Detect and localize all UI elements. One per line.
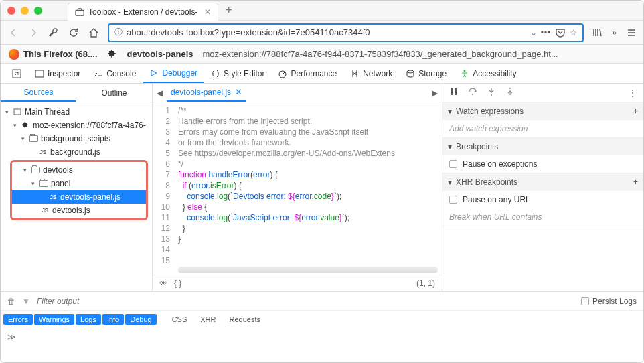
cursor-position: (1, 1) [416, 279, 435, 288]
reload-button[interactable] [68, 27, 80, 39]
filter-icon[interactable]: ▼ [22, 297, 30, 306]
close-tab-icon[interactable]: ✕ [204, 7, 211, 17]
source-tree: ▾Main Thread ▾moz-extension://788fcf7a-4… [1, 102, 152, 291]
filter-info[interactable]: Info [102, 314, 124, 325]
url-input[interactable] [127, 27, 526, 38]
line-gutter: 123456789101112131415161718 [153, 102, 174, 267]
info-icon[interactable]: ⓘ [114, 27, 123, 38]
horizontal-scrollbar[interactable] [178, 267, 438, 273]
tab-debugger[interactable]: Debugger [143, 64, 204, 83]
filter-xhr[interactable]: XHR [194, 314, 222, 325]
console-input[interactable]: ≫ [1, 328, 643, 346]
devtools-wrench-icon[interactable] [48, 27, 60, 39]
svg-point-4 [407, 70, 414, 73]
firefox-label: This Firefox (68.... [23, 49, 98, 59]
filter-debug[interactable]: Debug [125, 314, 156, 325]
tab-inspector[interactable]: Inspector [29, 64, 86, 83]
trash-icon[interactable]: 🗑 [7, 297, 15, 306]
new-tab-button[interactable]: + [225, 3, 232, 17]
tree-background-js[interactable]: JSbackground.js [1, 145, 152, 159]
svg-point-7 [472, 94, 473, 95]
pause-on-any-url[interactable]: Pause on any URL [442, 191, 643, 208]
filter-logs[interactable]: Logs [76, 314, 101, 325]
home-button[interactable] [88, 27, 100, 39]
braces-icon[interactable]: { } [174, 279, 181, 288]
tab-style-editor[interactable]: Style Editor [205, 64, 270, 83]
tab-performance[interactable]: Performance [272, 64, 343, 83]
sources-tab[interactable]: Sources [1, 84, 76, 102]
firefox-target[interactable]: This Firefox (68.... [9, 49, 98, 60]
prev-file-icon[interactable]: ◀ [157, 88, 163, 98]
xhr-url-placeholder[interactable]: Break when URL contains [442, 208, 643, 226]
tree-devtools-panel-js[interactable]: JSdevtools-panel.js [12, 190, 146, 204]
star-icon[interactable]: ☆ [570, 28, 577, 38]
extension-name: devtools-panels [127, 49, 193, 59]
eye-icon[interactable]: 👁 [159, 279, 167, 288]
new-window-icon[interactable] [6, 64, 27, 83]
console-filter-input[interactable] [37, 297, 574, 306]
tree-main-thread[interactable]: ▾Main Thread [1, 105, 152, 119]
watch-expressions-head[interactable]: ▾Watch expressions+ [442, 102, 643, 120]
close-file-icon[interactable]: ✕ [235, 87, 242, 97]
svg-rect-0 [76, 10, 84, 15]
debugger-sidebar: ⋮ ▾Watch expressions+ Add watch expressi… [442, 84, 643, 291]
more-icon[interactable]: ••• [541, 28, 552, 38]
tab-storage[interactable]: Storage [400, 64, 453, 83]
tab-title: Toolbox - Extension / devtools- [88, 7, 197, 17]
tree-panel-folder[interactable]: ▾panel [12, 177, 146, 190]
firefox-icon [9, 49, 19, 60]
tree-devtools-folder[interactable]: ▾devtools [12, 163, 146, 177]
pause-button[interactable] [449, 87, 459, 98]
browser-tab[interactable]: Toolbox - Extension / devtools- ✕ [68, 3, 218, 21]
checkbox[interactable] [449, 160, 457, 168]
file-tab-devtools-panel[interactable]: devtools-panel.js✕ [167, 84, 246, 102]
extension-icon [107, 49, 118, 60]
svg-rect-6 [14, 109, 21, 115]
step-over-button[interactable] [468, 87, 477, 98]
step-out-button[interactable] [505, 87, 515, 98]
library-icon[interactable] [592, 27, 602, 38]
tab-network[interactable]: Network [344, 64, 398, 83]
xhr-breakpoints-head[interactable]: ▾XHR Breakpoints+ [442, 173, 643, 191]
breakpoints-head[interactable]: ▾Breakpoints [442, 138, 643, 155]
editor-status-bar: 👁 { } (1, 1) [153, 275, 442, 291]
tree-moz-extension[interactable]: ▾moz-extension://788fcf7a-4a76- [1, 119, 152, 132]
close-window-button[interactable] [7, 7, 15, 15]
code-editor[interactable]: 123456789101112131415161718 /** Handle e… [153, 102, 442, 267]
code-content[interactable]: /** Handle errors from the injected scri… [174, 102, 442, 267]
tab-console[interactable]: Console [88, 64, 142, 83]
svg-point-8 [491, 94, 492, 96]
step-in-button[interactable] [487, 87, 496, 98]
overflow-icon[interactable]: » [612, 28, 617, 38]
filter-css[interactable]: CSS [166, 314, 193, 325]
watch-expression-placeholder[interactable]: Add watch expression [442, 120, 643, 137]
outline-tab[interactable]: Outline [76, 84, 152, 102]
next-file-icon[interactable]: ▶ [432, 88, 438, 98]
url-bar[interactable]: ⓘ ⌄ ••• ☆ [108, 23, 584, 42]
filter-warnings[interactable]: Warnings [34, 314, 74, 325]
tab-accessibility[interactable]: Accessibility [454, 64, 522, 83]
pause-on-exceptions[interactable]: Pause on exceptions [442, 155, 643, 173]
back-button[interactable] [7, 27, 19, 39]
console-panel: 🗑 ▼ Persist Logs Errors Warnings Logs In… [1, 291, 643, 348]
svg-rect-2 [35, 70, 44, 77]
tree-background-scripts[interactable]: ▾background_scripts [1, 132, 152, 145]
devtools-tabs: Inspector Console Debugger Style Editor … [1, 64, 643, 84]
sources-panel: Sources Outline ▾Main Thread ▾moz-extens… [1, 84, 153, 291]
svg-point-9 [509, 88, 511, 89]
minimize-window-button[interactable] [21, 7, 29, 15]
maximize-window-button[interactable] [34, 7, 42, 15]
tree-devtools-js[interactable]: JSdevtools.js [12, 204, 146, 217]
persist-logs-toggle[interactable]: Persist Logs [581, 297, 637, 306]
filter-requests[interactable]: Requests [224, 314, 266, 325]
debugger-menu-icon[interactable]: ⋮ [629, 88, 637, 98]
checkbox[interactable] [449, 196, 457, 204]
debugger-controls: ⋮ [442, 84, 643, 102]
menu-icon[interactable] [626, 27, 637, 38]
highlighted-region: ▾devtools ▾panel JSdevtools-panel.js JSd… [10, 160, 148, 220]
pocket-icon[interactable] [555, 27, 566, 38]
forward-button[interactable] [27, 27, 39, 39]
filter-errors[interactable]: Errors [3, 314, 33, 325]
chevron-down-icon[interactable]: ⌄ [530, 28, 537, 38]
extension-url: moz-extension://788fcf7a-4a76-f944-8371-… [203, 49, 636, 59]
